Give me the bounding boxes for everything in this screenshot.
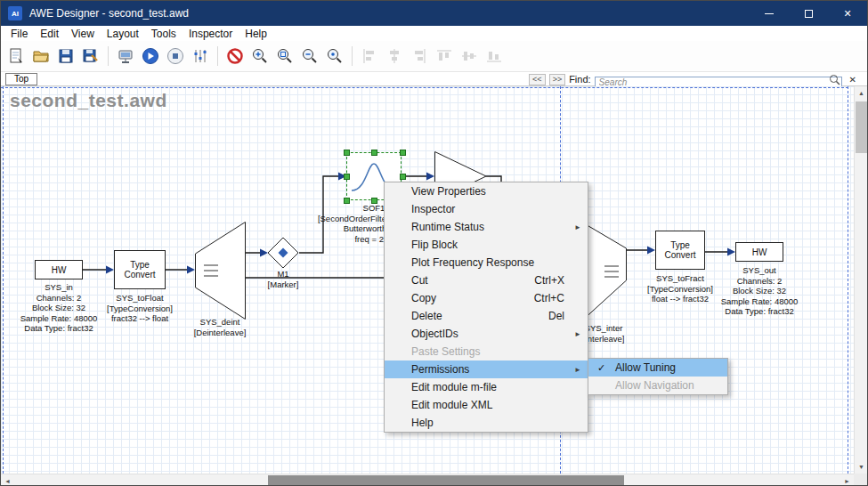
- align-bottom-button[interactable]: [483, 45, 506, 68]
- close-button[interactable]: ✕: [828, 1, 867, 26]
- vertical-scroll-thumb[interactable]: [856, 101, 867, 153]
- menu-inspector[interactable]: Inspector: [183, 26, 239, 41]
- menu-view[interactable]: View: [65, 26, 101, 41]
- window-controls: ✕: [750, 1, 867, 26]
- connect-target-button[interactable]: [114, 45, 137, 68]
- block-prop: Data Type: fract32: [702, 306, 817, 317]
- block-sys-out[interactable]: HW: [735, 242, 783, 262]
- find-label: Find:: [569, 74, 590, 85]
- menu-item-cut[interactable]: CutCtrl+X: [385, 271, 588, 289]
- tab-top[interactable]: Top: [5, 73, 37, 85]
- menu-item-edit-module-m-file[interactable]: Edit module m-file: [385, 378, 588, 396]
- stop-icon: [166, 47, 184, 65]
- scroll-left-button[interactable]: ◄: [1, 474, 14, 486]
- audio-pipeline-button[interactable]: [189, 45, 212, 68]
- align-top-button[interactable]: [433, 45, 456, 68]
- menu-item-plot-frequency-response[interactable]: Plot Frequency Response: [385, 254, 588, 271]
- vertical-scrollbar[interactable]: ▲ ▼: [854, 86, 867, 474]
- menu-item-label: Copy: [411, 292, 436, 304]
- zoom-out-button[interactable]: [298, 45, 321, 68]
- menu-item-delete[interactable]: DeleteDel: [385, 307, 588, 325]
- menu-item-edit-module-xml[interactable]: Edit module XML: [385, 396, 588, 414]
- menu-item-inspector[interactable]: Inspector: [385, 200, 588, 218]
- minimize-icon: [765, 13, 774, 14]
- selection-handle[interactable]: [344, 174, 350, 180]
- menu-item-label: View Properties: [411, 185, 486, 198]
- submenu-item-allow-navigation: Allow Navigation: [588, 377, 727, 394]
- save-button[interactable]: [54, 45, 77, 68]
- horizontal-scrollbar[interactable]: ◄ ►: [1, 474, 854, 486]
- block-type-label: Type Convert: [661, 240, 699, 260]
- submenu-arrow-icon: ►: [574, 223, 581, 231]
- align-middle-button[interactable]: [458, 45, 481, 68]
- run-button[interactable]: [139, 45, 162, 68]
- selection-handle[interactable]: [400, 174, 406, 180]
- align-right-button[interactable]: [408, 45, 431, 68]
- selection-handle[interactable]: [344, 150, 350, 156]
- menu-item-objectids[interactable]: ObjectIDs►: [385, 325, 588, 343]
- zoom-in-button[interactable]: [248, 45, 272, 68]
- block-name: M1: [247, 269, 319, 279]
- scroll-right-button[interactable]: ►: [840, 474, 854, 486]
- block-name: SYS_out: [702, 265, 817, 276]
- block-sys-in[interactable]: HW: [35, 260, 83, 279]
- menu-item-permissions[interactable]: Permissions►: [385, 360, 588, 378]
- find-next-button[interactable]: >>: [549, 74, 566, 85]
- block-sys-deint[interactable]: [195, 222, 246, 320]
- zoom-reset-button[interactable]: [323, 45, 346, 68]
- new-design-icon: [7, 47, 25, 65]
- search-field-wrap: [595, 73, 842, 85]
- menu-item-copy[interactable]: CopyCtrl+C: [385, 289, 588, 307]
- block-type-label: Type Convert: [121, 260, 158, 279]
- save-as-button[interactable]: [79, 45, 102, 68]
- menu-item-view-properties[interactable]: View Properties: [385, 182, 588, 200]
- align-left-button[interactable]: [358, 45, 381, 68]
- new-design-button[interactable]: [4, 45, 28, 68]
- zoom-reset-icon: [326, 47, 344, 65]
- close-icon: ✕: [843, 8, 851, 20]
- menu-file[interactable]: File: [4, 26, 34, 41]
- align-left-icon: [361, 47, 378, 65]
- block-sys-tofract[interactable]: Type Convert: [655, 231, 705, 270]
- app-icon: AI: [8, 6, 22, 20]
- find-close-button[interactable]: ✕: [846, 75, 860, 85]
- scroll-up-button[interactable]: ▲: [855, 86, 868, 100]
- submenu-item-allow-tuning[interactable]: ✓Allow Tuning: [588, 359, 727, 377]
- find-prev-button[interactable]: <<: [529, 74, 546, 85]
- align-bottom-icon: [485, 47, 503, 65]
- zoom-in-icon: [251, 47, 269, 65]
- block-prop: [Deinterleave]: [166, 328, 273, 338]
- selection-handle[interactable]: [400, 150, 406, 156]
- menu-item-label: Plot Frequency Response: [411, 256, 534, 269]
- zoom-out-icon: [301, 47, 319, 65]
- menu-item-flip-block[interactable]: Flip Block: [385, 236, 588, 254]
- title-bar: AI AWE Designer - second_test.awd ✕: [1, 1, 867, 26]
- toolbar-separator: [352, 46, 353, 66]
- permissions-submenu: ✓Allow Tuning Allow Navigation: [588, 358, 728, 395]
- block-sys-tofloat[interactable]: Type Convert: [114, 250, 166, 289]
- scroll-down-button[interactable]: ▼: [855, 460, 868, 474]
- horizontal-scroll-thumb[interactable]: [268, 475, 624, 486]
- block-m1[interactable]: [267, 237, 299, 269]
- block-prop: Block Size: 32: [702, 286, 817, 296]
- menu-help[interactable]: Help: [239, 26, 273, 41]
- menu-tools[interactable]: Tools: [145, 26, 183, 41]
- selection-handle[interactable]: [371, 150, 377, 156]
- menu-item-label: Allow Navigation: [615, 379, 694, 392]
- halt-audio-button[interactable]: [223, 45, 247, 68]
- menu-item-runtime-status[interactable]: Runtime Status►: [385, 218, 588, 236]
- zoom-region-button[interactable]: [273, 45, 296, 68]
- menu-item-help[interactable]: Help: [385, 414, 588, 432]
- block-sys-deint-caption: SYS_deint [Deinterleave]: [166, 317, 273, 337]
- open-button[interactable]: [29, 45, 53, 68]
- menu-layout[interactable]: Layout: [101, 26, 145, 41]
- align-center-button[interactable]: [383, 45, 406, 68]
- menu-edit[interactable]: Edit: [34, 26, 65, 41]
- stop-button[interactable]: [164, 45, 187, 68]
- align-right-icon: [410, 47, 428, 65]
- design-canvas[interactable]: second_test.awd HW SYS_: [1, 86, 854, 474]
- block-name: SYS_in: [1, 282, 117, 293]
- maximize-button[interactable]: [789, 1, 828, 26]
- minimize-button[interactable]: [750, 1, 789, 26]
- menu-item-label: Inspector: [411, 203, 455, 215]
